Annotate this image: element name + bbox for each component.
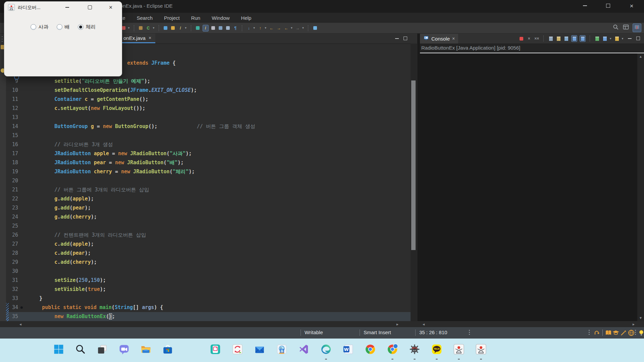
- open-declaration-icon[interactable]: [218, 25, 223, 31]
- dropdown-chevron-icon[interactable]: ▼: [253, 26, 256, 29]
- taskbar-word-icon[interactable]: W: [340, 341, 356, 357]
- forward-disabled-icon[interactable]: →: [295, 25, 301, 31]
- dropdown-chevron-icon[interactable]: ▼: [264, 26, 267, 29]
- code-line-19[interactable]: 19JRadioButton cherry = new JRadioButton…: [6, 167, 411, 176]
- open-resource-icon[interactable]: [170, 25, 176, 31]
- scroll-lock-icon[interactable]: [556, 36, 561, 42]
- scroll-left-icon[interactable]: ◄: [422, 322, 425, 326]
- last-edit-location-icon[interactable]: ↑: [258, 25, 263, 31]
- console-vertical-scrollbar[interactable]: ▲ ▼: [637, 53, 644, 321]
- scroll-up-icon[interactable]: ▲: [639, 55, 642, 58]
- radio-사과[interactable]: 사과: [31, 24, 49, 30]
- console-tab[interactable]: Console ×: [420, 34, 458, 44]
- forward-history-icon[interactable]: →: [276, 25, 282, 31]
- lightbulb-icon[interactable]: [637, 329, 644, 337]
- taskbar-chrome-icon[interactable]: [362, 341, 378, 357]
- eraser-icon[interactable]: [211, 25, 216, 31]
- scroll-right-icon[interactable]: ►: [632, 322, 635, 326]
- code-line-27[interactable]: 27c.add(apple);: [6, 240, 411, 249]
- code-line-34[interactable]: 34public static void main(String[] args)…: [6, 303, 411, 312]
- scroll-down-icon[interactable]: ▼: [639, 316, 642, 320]
- back-icon[interactable]: ←: [284, 25, 289, 31]
- window-minimize-button[interactable]: [577, 0, 593, 11]
- statusbar-grip[interactable]: [589, 330, 590, 335]
- code-line-18[interactable]: 18JRadioButton pear = new JRadioButton("…: [6, 158, 411, 167]
- remove-launch-icon[interactable]: ×: [526, 36, 532, 42]
- code-line-22[interactable]: 22g.add(apple);: [6, 194, 411, 203]
- taskbar-kakaotalk-icon[interactable]: TALK: [429, 341, 445, 357]
- tab-close-icon[interactable]: ×: [452, 36, 455, 41]
- new-wizard-icon[interactable]: [138, 25, 144, 31]
- code-line-31[interactable]: 31setSize(250,150);: [6, 276, 411, 285]
- minimize-pane-icon[interactable]: [628, 38, 632, 39]
- open-new-console-icon[interactable]: [594, 36, 600, 42]
- link-with-editor-icon[interactable]: [312, 25, 318, 31]
- maximize-pane-icon[interactable]: [636, 37, 640, 40]
- code-line-16[interactable]: 16// 라디오버튼 3개 생성: [6, 140, 411, 149]
- radio-unselected-icon[interactable]: [57, 24, 62, 30]
- show-list-icon[interactable]: [225, 25, 231, 31]
- statusbar-grip[interactable]: [469, 330, 470, 335]
- format-brush-icon[interactable]: /: [203, 25, 209, 32]
- dropdown-chevron-icon[interactable]: ▼: [152, 26, 155, 29]
- console-output[interactable]: [420, 53, 637, 321]
- back-history-icon[interactable]: ←: [269, 25, 274, 31]
- code-line-32[interactable]: 32setVisible(true);: [6, 285, 411, 294]
- taskbar-microsoft-store-icon[interactable]: [160, 341, 176, 357]
- dropdown-chevron-icon[interactable]: ▼: [184, 26, 187, 29]
- annotate-pen-icon[interactable]: /: [178, 25, 183, 31]
- word-wrap-icon[interactable]: [564, 36, 569, 42]
- menu-project[interactable]: Project: [164, 15, 180, 21]
- terminate-icon[interactable]: [519, 36, 524, 42]
- code-line-23[interactable]: 23g.add(pear);: [6, 203, 411, 213]
- editor-console-sash[interactable]: [417, 34, 420, 321]
- dropdown-chevron-icon[interactable]: ▼: [621, 37, 624, 40]
- code-line-33[interactable]: 33}: [6, 294, 411, 303]
- taskbar-task-view-icon[interactable]: [94, 341, 110, 357]
- open-console-icon[interactable]: [614, 36, 620, 42]
- taskbar-chat-icon[interactable]: [116, 341, 132, 357]
- show-when-stderr-changes-icon[interactable]: [580, 35, 586, 42]
- code-line-15[interactable]: 15: [6, 131, 411, 140]
- code-line-24[interactable]: 24g.add(cherry);: [6, 213, 411, 222]
- code-line-28[interactable]: 28c.add(pear);: [6, 249, 411, 258]
- dropdown-chevron-icon[interactable]: ▼: [302, 26, 305, 29]
- taskbar-photoscape-icon[interactable]: [274, 341, 290, 357]
- taskbar-edge-icon[interactable]: [318, 341, 334, 357]
- scroll-left-icon[interactable]: ◄: [19, 322, 22, 326]
- scroll-right-icon[interactable]: ►: [396, 322, 399, 326]
- wand-icon[interactable]: [620, 329, 628, 337]
- code-line-25[interactable]: 25: [6, 222, 411, 231]
- display-selected-console-icon[interactable]: [602, 36, 607, 42]
- coverage-icon[interactable]: C: [146, 25, 151, 31]
- radio-체리[interactable]: 체리: [78, 24, 96, 30]
- save-to-last-edit-icon[interactable]: ↓: [246, 25, 252, 31]
- web-icon[interactable]: [627, 329, 635, 337]
- code-line-17[interactable]: 17JRadioButton apple = new JRadioButton(…: [6, 149, 411, 158]
- code-line-21[interactable]: 21// 버튼 그룹에 3개의 라디오버튼 삽입: [6, 185, 411, 194]
- search-icon[interactable]: [612, 24, 619, 32]
- popup-minimize-button[interactable]: [61, 3, 73, 12]
- code-line-30[interactable]: 30: [6, 267, 411, 276]
- taskbar-mail-icon[interactable]: [252, 341, 268, 357]
- editor-tab[interactable]: onEx.java ×: [119, 34, 155, 43]
- tab-close-icon[interactable]: ×: [149, 35, 151, 41]
- taskbar-visual-studio-icon[interactable]: [296, 341, 312, 357]
- open-perspective-icon[interactable]: [623, 24, 629, 32]
- menu-window[interactable]: Window: [212, 15, 229, 21]
- code-area[interactable]: 567extends JFrame {8public RadioButtonEx…: [6, 44, 411, 321]
- code-line-10[interactable]: 10setDefaultCloseOperation(JFrame.EXIT_O…: [6, 86, 411, 95]
- code-line-14[interactable]: 14ButtonGroup g = new ButtonGroup(); // …: [6, 122, 411, 131]
- popup-maximize-button[interactable]: [84, 3, 96, 12]
- tutorial-cap-icon[interactable]: [612, 329, 620, 337]
- taskbar-instagram-icon[interactable]: [207, 341, 223, 357]
- minimize-pane-icon[interactable]: [395, 38, 399, 39]
- taskbar-itunes-sync-icon[interactable]: [229, 341, 246, 357]
- clear-console-icon[interactable]: [548, 36, 553, 42]
- code-line-12[interactable]: 12c.setLayout(new FlowLayout());: [6, 104, 411, 113]
- code-line-20[interactable]: 20: [6, 176, 411, 185]
- menu-run[interactable]: Run: [191, 15, 201, 21]
- taskbar-start-icon[interactable]: [51, 341, 67, 357]
- remove-all-terminated-icon[interactable]: ××: [534, 36, 539, 42]
- code-line-35[interactable]: 35new RadioButtonEx();: [6, 312, 411, 321]
